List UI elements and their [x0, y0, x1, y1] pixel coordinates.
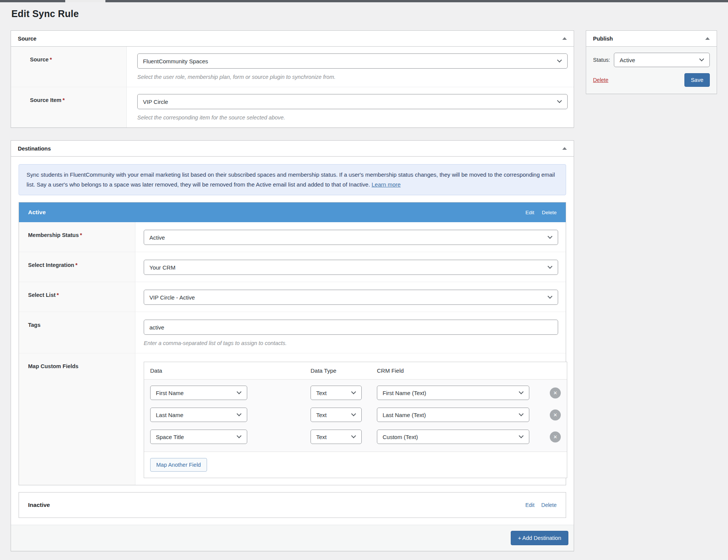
required-asterisk: *: [57, 292, 59, 298]
map-custom-fields-field: Data Data Type CRM Field First Name: [135, 353, 575, 485]
destinations-info-box: Sync students in FluentCommunity with yo…: [19, 164, 566, 195]
status-select[interactable]: Active: [614, 53, 710, 67]
source-select[interactable]: FluentCommunity Spaces: [137, 53, 568, 69]
publish-metabox-body: Status: Active Delete Save: [586, 47, 717, 94]
membership-status-label: Membership Status*: [19, 222, 135, 252]
chevron-down-icon: [548, 264, 552, 269]
map-fields-table: Data Data Type CRM Field First Name: [144, 362, 567, 478]
main-column: Source Source* FluentCommunity Spaces Se…: [11, 30, 574, 551]
integration-label-text: Select Integration: [28, 262, 74, 268]
map-crm-select[interactable]: Last Name (Text): [377, 408, 529, 422]
tags-input[interactable]: [144, 320, 558, 335]
publish-metabox-title: Publish: [593, 36, 613, 42]
delete-rule-link[interactable]: Delete: [593, 77, 608, 83]
chevron-down-icon: [519, 433, 524, 438]
chevron-down-icon: [351, 389, 356, 394]
integration-field: Your CRM: [135, 252, 566, 282]
source-item-field: VIP Circle Select the corresponding item…: [127, 87, 574, 127]
status-select-value: Active: [620, 57, 635, 63]
required-asterisk: *: [50, 56, 52, 63]
remove-field-button[interactable]: ✕: [550, 409, 561, 420]
map-fields-table-header: Data Data Type CRM Field: [144, 362, 567, 380]
source-metabox-header[interactable]: Source: [11, 31, 574, 47]
inactive-destination-card: Inactive Edit Delete: [19, 492, 566, 518]
chevron-down-icon: [519, 411, 524, 416]
map-data-select[interactable]: First Name: [150, 386, 247, 400]
source-item-help-text: Select the corresponding item for the so…: [137, 115, 568, 121]
inactive-delete-link[interactable]: Delete: [541, 502, 557, 508]
active-delete-link[interactable]: Delete: [542, 210, 557, 215]
map-type-select[interactable]: Text: [311, 386, 362, 400]
column-header-data: Data: [150, 367, 311, 374]
map-custom-fields-label-text: Map Custom Fields: [28, 363, 78, 369]
map-type-select[interactable]: Text: [311, 430, 362, 444]
map-crm-select-value: Last Name (Text): [383, 412, 426, 418]
collapse-icon[interactable]: [562, 147, 567, 150]
chevron-down-icon: [548, 294, 552, 299]
source-item-select[interactable]: VIP Circle: [137, 94, 568, 109]
source-select-value: FluentCommunity Spaces: [143, 58, 208, 64]
active-card-title: Active: [28, 209, 46, 216]
source-metabox-title: Source: [18, 36, 36, 42]
browser-top-strip: [0, 0, 728, 2]
collapse-icon[interactable]: [705, 37, 710, 40]
integration-label: Select Integration*: [19, 252, 135, 282]
active-destination-card: Active Edit Delete Membership Status* Ac…: [19, 202, 566, 485]
tags-field: Enter a comma-separated list of tags to …: [135, 312, 566, 353]
collapse-icon[interactable]: [562, 37, 567, 40]
select-list-label: Select List*: [19, 282, 135, 312]
active-card-header: Active Edit Delete: [19, 202, 566, 222]
integration-select[interactable]: Your CRM: [144, 260, 558, 275]
destinations-footer: + Add Destination: [11, 525, 574, 551]
tags-row: Tags Enter a comma-separated list of tag…: [19, 312, 566, 353]
page-title: Edit Sync Rule: [11, 8, 79, 19]
save-button[interactable]: Save: [684, 73, 710, 87]
tags-help-text: Enter a comma-separated list of tags to …: [144, 340, 558, 346]
chevron-down-icon: [237, 389, 242, 394]
chevron-down-icon: [557, 58, 562, 63]
map-data-select[interactable]: Last Name: [150, 408, 247, 422]
map-crm-select[interactable]: First Name (Text): [377, 386, 529, 400]
map-type-select[interactable]: Text: [311, 408, 362, 422]
publish-actions: Delete Save: [593, 73, 710, 87]
chevron-down-icon: [237, 433, 242, 438]
required-asterisk: *: [63, 97, 65, 103]
map-crm-select[interactable]: Custom (Text): [377, 430, 529, 444]
map-type-select-value: Text: [316, 412, 327, 418]
column-header-crm-field: CRM Field: [377, 367, 544, 374]
map-fields-rows: First Name Text First Name (Text) ✕: [144, 380, 567, 452]
source-metabox: Source Source* FluentCommunity Spaces Se…: [11, 30, 574, 128]
membership-status-field: Active: [135, 222, 566, 252]
source-field: FluentCommunity Spaces Select the user r…: [127, 47, 574, 87]
map-data-select[interactable]: Space Title: [150, 430, 247, 444]
chevron-down-icon: [351, 433, 356, 438]
select-list-label-text: Select List: [28, 292, 56, 298]
map-another-field-button[interactable]: Map Another Field: [150, 458, 207, 472]
source-item-select-value: VIP Circle: [143, 99, 168, 105]
column-header-data-type: Data Type: [311, 367, 377, 374]
map-custom-fields-label: Map Custom Fields: [19, 353, 135, 485]
map-data-select-value: Last Name: [156, 412, 184, 418]
select-list-select-value: VIP Circle - Active: [149, 294, 195, 301]
destinations-metabox: Destinations Sync students in FluentComm…: [11, 140, 574, 551]
remove-field-button[interactable]: ✕: [550, 431, 561, 442]
chevron-down-icon: [548, 234, 552, 239]
chevron-down-icon: [699, 56, 704, 61]
destinations-metabox-header[interactable]: Destinations: [11, 141, 574, 157]
map-field-row: First Name Text First Name (Text) ✕: [150, 382, 561, 404]
chevron-down-icon: [519, 389, 524, 394]
sidebar-column: Publish Status: Active Delete Save: [586, 30, 717, 94]
inactive-edit-link[interactable]: Edit: [525, 502, 534, 508]
destinations-info-text: Sync students in FluentCommunity with yo…: [27, 171, 555, 188]
select-list-select[interactable]: VIP Circle - Active: [144, 290, 558, 305]
add-destination-button[interactable]: + Add Destination: [511, 531, 568, 545]
remove-field-button[interactable]: ✕: [550, 387, 561, 398]
status-label: Status:: [593, 57, 610, 63]
chevron-down-icon: [237, 411, 242, 416]
publish-metabox-header[interactable]: Publish: [586, 31, 717, 47]
learn-more-link[interactable]: Learn more: [372, 181, 401, 188]
active-edit-link[interactable]: Edit: [526, 210, 534, 215]
source-metabox-body: Source* FluentCommunity Spaces Select th…: [11, 47, 574, 127]
membership-status-select[interactable]: Active: [144, 230, 558, 245]
map-field-row: Space Title Text Custom (Text) ✕: [150, 426, 561, 448]
